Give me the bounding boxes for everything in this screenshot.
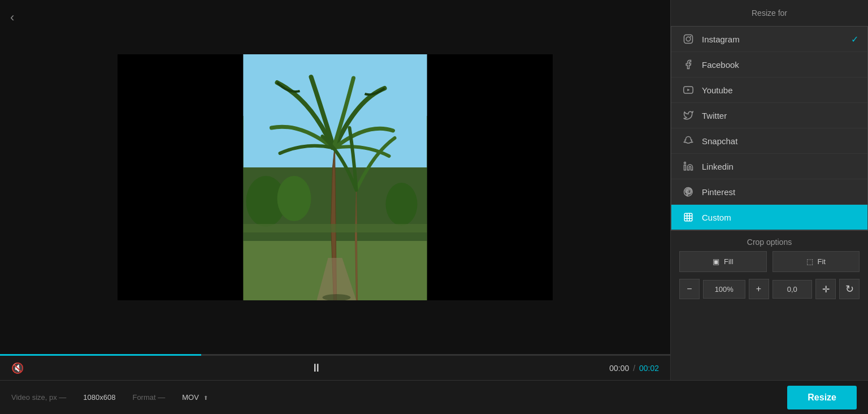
facebook-icon <box>683 59 694 70</box>
mute-button[interactable]: 🔇 <box>11 362 24 374</box>
selected-checkmark: ✓ <box>851 34 858 45</box>
platform-label-youtube: Youtube <box>702 85 733 95</box>
format-value: MOV ⬆ <box>182 393 207 402</box>
progress-bar[interactable] <box>0 354 670 356</box>
video-container <box>0 0 670 354</box>
svg-rect-12 <box>684 165 686 170</box>
resize-button[interactable]: Resize <box>787 386 857 409</box>
platform-item-youtube[interactable]: Youtube <box>671 77 867 103</box>
total-time: 00:02 <box>639 364 659 373</box>
fit-button[interactable]: ⬚ Fit <box>772 251 860 272</box>
svg-point-10 <box>690 36 691 37</box>
video-size-value: 1080x608 <box>83 393 115 402</box>
video-size-label: Video size, px — <box>11 393 66 402</box>
video-frame <box>118 54 553 300</box>
platform-label-pinterest: Pinterest <box>702 187 735 197</box>
zoom-value: 100% <box>703 280 745 299</box>
svg-marker-11 <box>687 89 689 92</box>
time-display: 00:00 / 00:02 <box>609 364 659 373</box>
fit-label: Fit <box>818 257 826 266</box>
platform-item-snapchat[interactable]: Snapchat <box>671 128 867 154</box>
fill-button[interactable]: ▣ Fill <box>679 251 767 272</box>
format-label: Format — <box>132 393 165 402</box>
platform-label-linkedin: Linkedin <box>702 162 734 171</box>
platform-label-instagram: Instagram <box>702 34 740 44</box>
svg-point-13 <box>684 162 686 164</box>
platform-label-custom: Custom <box>702 213 731 222</box>
time-separator: / <box>633 364 635 373</box>
black-bar-right <box>427 54 553 300</box>
zoom-controls: − 100% + 0,0 ✛ ↻ <box>671 279 868 306</box>
pause-button[interactable]: ⏸ <box>311 361 322 374</box>
svg-point-4 <box>277 176 311 221</box>
youtube-icon <box>683 84 694 96</box>
platform-item-linkedin[interactable]: Linkedin <box>671 154 867 179</box>
platform-label-facebook: Facebook <box>702 60 739 70</box>
back-button[interactable]: ‹ <box>10 10 14 25</box>
rotate-button[interactable]: ↻ <box>839 279 860 299</box>
pinterest-icon <box>683 186 694 197</box>
platform-item-twitter[interactable]: Twitter <box>671 103 867 128</box>
current-time: 00:00 <box>609 364 629 373</box>
platform-label-snapchat: Snapchat <box>702 136 737 146</box>
format-arrow[interactable]: ⬆ <box>203 395 208 401</box>
move-button[interactable]: ✛ <box>815 279 836 299</box>
platform-item-instagram[interactable]: Instagram ✓ <box>671 27 867 52</box>
svg-rect-8 <box>684 35 693 44</box>
snapchat-icon <box>683 135 694 146</box>
crop-buttons: ▣ Fill ⬚ Fit <box>671 251 868 279</box>
twitter-icon <box>683 110 694 121</box>
bottom-bar: Video size, px — 1080x608 Format — MOV ⬆… <box>0 380 868 414</box>
zoom-out-button[interactable]: − <box>679 279 700 299</box>
fill-icon: ▣ <box>713 257 719 266</box>
linkedin-icon <box>683 161 694 172</box>
svg-point-5 <box>386 183 418 226</box>
crop-options-label: Crop options <box>671 231 868 251</box>
right-panel: Resize for Instagram ✓ <box>670 0 868 380</box>
svg-point-9 <box>686 37 691 41</box>
svg-rect-14 <box>684 213 692 221</box>
fit-icon: ⬚ <box>806 257 813 266</box>
platform-item-facebook[interactable]: Facebook <box>671 52 867 77</box>
resize-for-label: Resize for <box>671 0 868 26</box>
instagram-icon <box>683 33 694 45</box>
platform-label-twitter: Twitter <box>702 111 727 120</box>
video-image <box>244 54 427 300</box>
zoom-in-button[interactable]: + <box>749 279 769 299</box>
black-bar-left <box>118 54 244 300</box>
platform-list: Instagram ✓ Facebook <box>671 26 868 231</box>
platform-item-pinterest[interactable]: Pinterest <box>671 179 867 205</box>
video-section: 🔇 ⏸ 00:00 / 00:02 <box>0 0 670 380</box>
coord-value: 0,0 <box>772 280 813 299</box>
progress-fill <box>0 354 201 356</box>
fill-label: Fill <box>724 257 734 266</box>
video-controls: 🔇 ⏸ 00:00 / 00:02 <box>0 356 670 380</box>
platform-item-custom[interactable]: Custom <box>671 205 867 230</box>
svg-rect-6 <box>244 224 427 232</box>
custom-icon <box>683 212 694 223</box>
